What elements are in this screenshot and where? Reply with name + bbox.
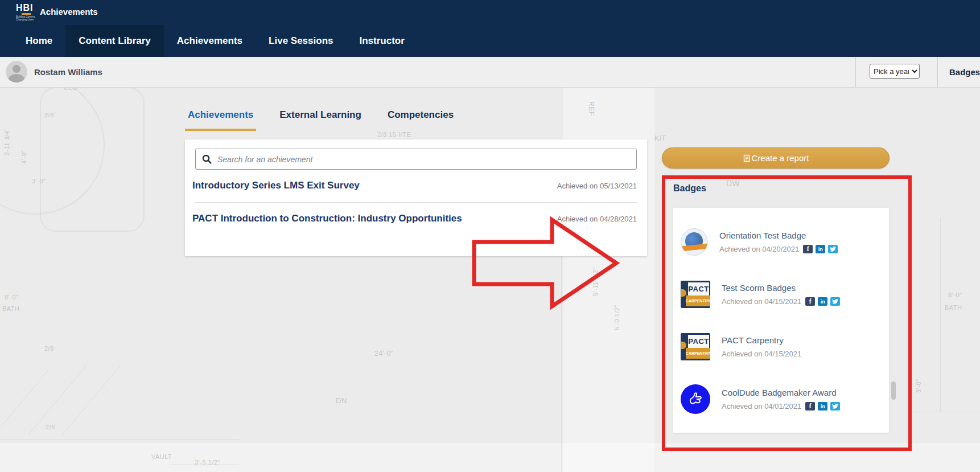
- badges-heading: Badges: [673, 183, 706, 194]
- badge-title: Test Scorm Badges: [722, 283, 840, 293]
- achievement-tabs: Achievements External Learning Competenc…: [188, 109, 454, 131]
- blueprint-label: 5'-11 1/2": [592, 267, 599, 296]
- thumbs-up-icon: [686, 389, 705, 409]
- blueprint-label: DN: [336, 396, 347, 405]
- main-navigation: Home Content Library Achievements Live S…: [13, 25, 418, 57]
- blueprint-label: 2/8: [46, 424, 55, 430]
- orientation-badge-logo: [681, 228, 708, 256]
- achievements-page: CLO 2/8 2-11 3/4" 4'-0" 3'-0" 8'-0" BATH…: [0, 0, 980, 472]
- user-bar-divider: [855, 57, 856, 87]
- blueprint-label: 5'-0 1/2": [613, 305, 620, 330]
- achievement-title: PACT Introduction to Construction: Indus…: [192, 213, 462, 224]
- twitter-bird-icon: [832, 299, 838, 304]
- blueprint-label: REF: [587, 101, 595, 116]
- blueprint-label: 24'-0": [374, 350, 394, 358]
- badge-row: PACT CARPENTRY Test Scorm Badges Achieve…: [673, 268, 889, 321]
- pact-logo-carpentry-band: CARPENTRY: [686, 295, 710, 306]
- pact-logo-wordmark: PACT: [688, 282, 709, 295]
- search-icon: [202, 154, 212, 164]
- twitter-bird-icon: [832, 404, 838, 409]
- badge-date: Achieved on 04/15/2021: [722, 297, 801, 306]
- badge-title: CoolDude Badgemaker Award: [722, 388, 840, 397]
- badge-row: PACT CARPENTRY PACT Carpentry Achieved o…: [673, 321, 889, 373]
- blueprint-hatch: [0, 370, 49, 431]
- pick-a-year-select[interactable]: Pick a year: [870, 64, 920, 79]
- blueprint-label: 3'-5 1/2": [195, 459, 220, 466]
- linkedin-share-icon[interactable]: in: [818, 297, 827, 306]
- nav-item-home[interactable]: Home: [13, 25, 65, 57]
- achievement-date: Achieved on 05/13/2021: [557, 182, 637, 190]
- blueprint-label: 8'-0": [948, 292, 962, 298]
- avatar[interactable]: [6, 61, 27, 83]
- create-report-label: Create a report: [752, 153, 809, 163]
- badge-date: Achieved on 04/01/2021: [722, 402, 801, 411]
- nav-item-achievements[interactable]: Achievements: [164, 25, 256, 57]
- blueprint-line: [940, 218, 941, 412]
- badge-title: Orientation Test Badge: [719, 231, 838, 240]
- create-report-button[interactable]: Create a report: [662, 147, 890, 169]
- blueprint-label: 3'-0": [32, 178, 46, 184]
- tab-achievements[interactable]: Achievements: [188, 109, 253, 131]
- blueprint-label: 2-11 3/4": [3, 128, 10, 155]
- badge-row: CoolDude Badgemaker Award Achieved on 04…: [673, 373, 889, 425]
- hbi-logo-tagline: Building Careers Changing Lives: [16, 15, 38, 22]
- blueprint-line: [0, 439, 239, 440]
- blueprint-hatch: [62, 365, 121, 435]
- top-header-bar: HBI Building Careers Changing Lives Achi…: [0, 0, 980, 57]
- twitter-share-icon[interactable]: [830, 297, 840, 306]
- blueprint-label: 3'-0": [915, 379, 922, 393]
- orientation-dot-shape: [703, 244, 706, 247]
- facebook-share-icon[interactable]: f: [805, 297, 815, 306]
- pact-logo-carpentry-band: CARPENTRY: [686, 348, 710, 359]
- tab-external-learning[interactable]: External Learning: [279, 109, 361, 131]
- blueprint-label: 4'-0": [20, 150, 27, 164]
- tab-competencies[interactable]: Competencies: [388, 109, 454, 131]
- achievement-title: Introductory Series LMS Exit Survey: [192, 180, 360, 191]
- badge-title: PACT Carpentry: [722, 335, 801, 345]
- badge-date: Achieved on 04/15/2021: [722, 350, 801, 358]
- pact-logo-wordmark: PACT: [688, 335, 709, 348]
- cooldude-badge-logo: [681, 384, 710, 414]
- report-icon: [743, 154, 751, 162]
- badge-row: Orientation Test Badge Achieved on 04/20…: [673, 216, 889, 268]
- user-name: Rostam Williams: [34, 57, 102, 87]
- twitter-share-icon[interactable]: [828, 245, 838, 253]
- twitter-share-icon[interactable]: [830, 402, 840, 411]
- search-input[interactable]: [216, 154, 636, 165]
- linkedin-share-icon[interactable]: in: [818, 402, 827, 411]
- user-bar: [0, 57, 980, 88]
- blueprint-label: 2/8: [44, 345, 54, 352]
- linkedin-share-icon[interactable]: in: [816, 245, 825, 253]
- nav-item-instructor[interactable]: Instructor: [346, 25, 417, 57]
- badges-top-label: Badges: [949, 57, 980, 87]
- blueprint-label: 2/8 15 I/TE: [377, 131, 411, 138]
- hbi-logo-gold-bar: [22, 13, 31, 15]
- achievement-row: Introductory Series LMS Exit Survey Achi…: [192, 173, 637, 199]
- blueprint-closet-outline: [40, 87, 145, 232]
- row-divider: [195, 202, 637, 203]
- facebook-share-icon[interactable]: f: [805, 402, 815, 411]
- pact-carpentry-logo: PACT CARPENTRY: [681, 281, 710, 308]
- user-bar-divider: [937, 57, 938, 87]
- hbi-logo[interactable]: HBI Building Careers Changing Lives: [16, 3, 41, 22]
- achievement-date: Achieved on 04/28/2021: [557, 215, 637, 223]
- facebook-share-icon[interactable]: f: [803, 245, 813, 253]
- blueprint-label: 8'-0": [5, 294, 18, 301]
- page-title: Achievements: [40, 7, 98, 17]
- achievement-row: PACT Introduction to Construction: Indus…: [192, 206, 637, 232]
- nav-item-live-sessions[interactable]: Live Sessions: [256, 25, 346, 57]
- blueprint-hatch: [28, 365, 87, 435]
- blueprint-label: BATH: [945, 304, 962, 311]
- pact-carpentry-logo: PACT CARPENTRY: [681, 333, 710, 360]
- badges-scrollbar-thumb[interactable]: [891, 381, 896, 400]
- twitter-bird-icon: [830, 247, 836, 252]
- blueprint-line: [171, 464, 239, 465]
- nav-item-content-library[interactable]: Content Library: [65, 25, 164, 57]
- blueprint-line: [912, 412, 980, 412]
- avatar-head-shape: [13, 65, 20, 73]
- blueprint-line: [561, 235, 562, 472]
- blueprint-label: KIT: [654, 134, 666, 142]
- blueprint-label: 2/8: [44, 112, 54, 118]
- achievement-search-box[interactable]: [195, 149, 637, 170]
- achievements-card: Introductory Series LMS Exit Survey Achi…: [185, 139, 647, 256]
